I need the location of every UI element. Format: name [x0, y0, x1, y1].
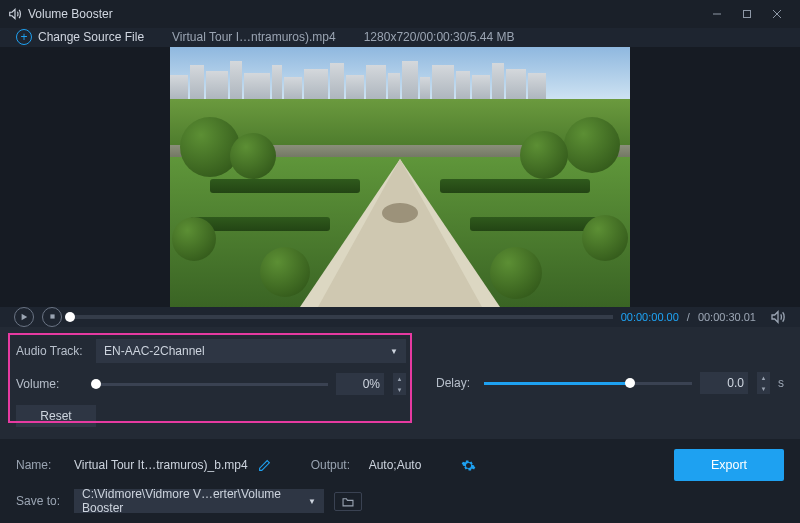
save-to-label: Save to: [16, 494, 64, 508]
video-preview[interactable] [170, 47, 630, 307]
volume-up-button[interactable]: ▲ [393, 373, 406, 384]
delay-slider-knob[interactable] [625, 378, 635, 388]
svg-marker-4 [22, 314, 28, 320]
audio-track-row: Audio Track: EN-AAC-2Channel ▼ [16, 339, 406, 363]
delay-row: Delay: 0.0 ▲ ▼ s [436, 372, 784, 394]
svg-rect-5 [50, 315, 54, 319]
audio-track-label: Audio Track: [16, 344, 88, 358]
volume-slider-knob[interactable] [91, 379, 101, 389]
delay-slider[interactable] [484, 382, 692, 385]
playback-timeline[interactable] [70, 315, 613, 319]
window-title: Volume Booster [28, 7, 113, 21]
chevron-down-icon: ▼ [390, 347, 398, 356]
output-label: Output: [311, 458, 359, 472]
audio-track-value: EN-AAC-2Channel [104, 344, 205, 358]
svg-rect-1 [744, 11, 751, 18]
volume-spinner: ▲ ▼ [392, 373, 406, 395]
volume-icon[interactable] [770, 309, 786, 325]
name-label: Name: [16, 458, 64, 472]
export-button[interactable]: Export [674, 449, 784, 481]
save-path-value: C:\Vidmore\Vidmore V…erter\Volume Booste… [82, 487, 308, 515]
open-folder-button[interactable] [334, 492, 362, 511]
controls-panel: Audio Track: EN-AAC-2Channel ▼ Volume: 0… [0, 327, 800, 439]
stop-button[interactable] [42, 307, 62, 327]
edit-name-button[interactable] [258, 459, 271, 472]
plus-circle-icon: + [16, 29, 32, 45]
play-button[interactable] [14, 307, 34, 327]
volume-value[interactable]: 0% [336, 373, 384, 395]
volume-down-button[interactable]: ▼ [393, 384, 406, 395]
delay-down-button[interactable]: ▼ [757, 383, 770, 394]
volume-row: Volume: 0% ▲ ▼ [16, 373, 406, 395]
total-time: 00:00:30.01 [698, 311, 756, 323]
delay-value[interactable]: 0.0 [700, 372, 748, 394]
playback-bar: 00:00:00.00/00:00:30.01 [0, 307, 800, 327]
info-bar: + Change Source File Virtual Tour I…ntra… [0, 28, 800, 47]
audio-track-dropdown[interactable]: EN-AAC-2Channel ▼ [96, 339, 406, 363]
output-name: Virtual Tour It…tramuros)_b.mp4 [74, 458, 248, 472]
save-path-dropdown[interactable]: C:\Vidmore\Vidmore V…erter\Volume Booste… [74, 489, 324, 513]
output-settings-button[interactable] [461, 458, 476, 473]
footer: Name: Virtual Tour It…tramuros)_b.mp4 Ou… [0, 439, 800, 523]
close-button[interactable] [762, 0, 792, 28]
delay-up-button[interactable]: ▲ [757, 372, 770, 383]
titlebar: Volume Booster [0, 0, 800, 28]
change-source-button[interactable]: + Change Source File [16, 29, 144, 45]
output-value: Auto;Auto [369, 458, 422, 472]
preview-area [0, 47, 800, 307]
minimize-button[interactable] [702, 0, 732, 28]
current-time: 00:00:00.00 [621, 311, 679, 323]
change-source-label: Change Source File [38, 30, 144, 44]
timeline-handle[interactable] [65, 312, 75, 322]
reset-button[interactable]: Reset [16, 405, 96, 427]
app-icon [8, 7, 22, 21]
time-sep: / [687, 311, 690, 323]
source-meta: 1280x720/00:00:30/5.44 MB [364, 30, 515, 44]
source-filename: Virtual Tour I…ntramuros).mp4 [172, 30, 336, 44]
delay-label: Delay: [436, 376, 476, 390]
volume-slider[interactable] [96, 383, 328, 386]
delay-spinner: ▲ ▼ [756, 372, 770, 394]
chevron-down-icon: ▼ [308, 497, 316, 506]
volume-label: Volume: [16, 377, 88, 391]
maximize-button[interactable] [732, 0, 762, 28]
delay-unit: s [778, 376, 784, 390]
